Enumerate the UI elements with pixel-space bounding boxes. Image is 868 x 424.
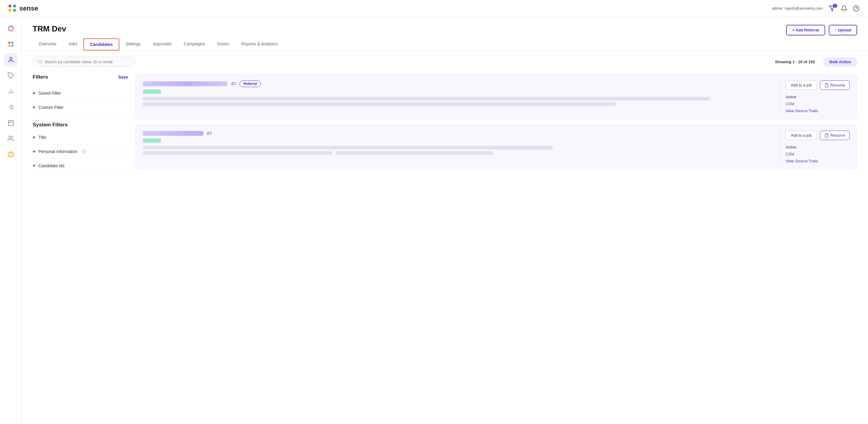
svg-rect-5: [11, 42, 13, 44]
sidebar-item-team[interactable]: [4, 132, 18, 145]
calendar-icon: [7, 119, 14, 126]
add-to-job-button-2[interactable]: Add to a job: [785, 131, 817, 140]
svg-rect-19: [8, 121, 13, 126]
filter-personal-info-item[interactable]: + Personal Information: [33, 145, 128, 159]
filters-panel: Filters Save + Saved Filter + Custom Fil…: [33, 74, 135, 174]
sidebar-item-puzzle[interactable]: [4, 69, 18, 82]
saved-filter-item[interactable]: + Saved Filter: [33, 86, 128, 101]
bell-icon: [841, 5, 847, 12]
upload-button[interactable]: ↑ Upload: [829, 25, 857, 35]
filter-icon-badge[interactable]: 0: [829, 5, 835, 12]
person-icon: [7, 57, 14, 63]
tab-drives[interactable]: Drives: [211, 38, 235, 50]
svg-point-3: [8, 26, 13, 31]
card-divider-2: [779, 131, 779, 163]
circle-icon: [7, 25, 14, 32]
filters-header: Filters Save: [33, 74, 128, 80]
custom-filter-plus-icon: +: [33, 105, 35, 110]
sidebar-item-grid[interactable]: [4, 37, 18, 51]
admin-info: admin: rajesh@sensehq.com: [772, 6, 823, 10]
saved-filter-label: Saved Filter: [38, 91, 61, 95]
search-input[interactable]: [45, 60, 130, 64]
tab-settings[interactable]: Settings: [119, 38, 147, 50]
logo-icon: [8, 4, 16, 12]
svg-point-8: [10, 57, 12, 60]
svg-line-26: [41, 63, 42, 63]
source-1: CSM: [785, 102, 794, 106]
card-main-1: 🏷 Referral: [143, 80, 773, 113]
tab-overview[interactable]: Overview: [33, 38, 62, 50]
search-icon: [38, 59, 42, 64]
showing-count: Showing 1 - 10 of 152: [775, 60, 815, 64]
top-header: sense admin: rajesh@sensehq.com 0: [0, 0, 868, 17]
logo-dot-red: [8, 4, 11, 7]
main-content: TRM Dev + Add Referral ↑ Upload Overview…: [22, 17, 868, 424]
card-actions-row-2: Add to a job Resume: [785, 131, 849, 140]
bell-icon-badge[interactable]: [841, 5, 847, 12]
sidebar: [0, 17, 22, 424]
source-2: CSM: [785, 152, 794, 157]
svg-rect-7: [11, 45, 13, 47]
bulk-action-button[interactable]: Bulk Action: [823, 57, 857, 66]
add-to-job-button-1[interactable]: Add to a job: [785, 80, 817, 90]
header-actions: + Add Referral ↑ Upload: [786, 25, 857, 35]
bag-icon: [7, 151, 14, 158]
page-tabs-row: TRM Dev + Add Referral ↑ Upload: [33, 24, 857, 38]
sidebar-item-list[interactable]: [4, 101, 18, 114]
personal-info-label: Personal Information: [38, 149, 77, 154]
resume-label-2: Resume: [831, 133, 845, 138]
logo-area: sense: [8, 4, 38, 12]
resume-button-2[interactable]: Resume: [820, 131, 849, 140]
filters-title: Filters: [33, 74, 48, 80]
sidebar-item-bag[interactable]: [4, 148, 18, 161]
card-actions-1: Add to a job Resume Active CSM View Sour…: [785, 80, 849, 113]
content-area: Filters Save + Saved Filter + Custom Fil…: [22, 67, 868, 182]
card-actions-row-1: Add to a job Resume: [785, 80, 849, 90]
sidebar-item-circle[interactable]: [4, 22, 18, 35]
candidates-list: 🏷 Referral Add to a job: [135, 74, 857, 174]
personal-info-plus-icon: +: [33, 149, 35, 154]
tab-reports-analytics[interactable]: Reports & Analytics: [235, 38, 284, 50]
svg-rect-24: [8, 153, 13, 157]
custom-filter-item[interactable]: + Custom Filter: [33, 101, 128, 115]
tab-approvals[interactable]: Approvals: [147, 38, 178, 50]
filter-title-item[interactable]: + Title: [33, 130, 128, 145]
resume-icon-2: [825, 133, 829, 138]
chart-icon: [7, 88, 14, 95]
view-source-trails-2[interactable]: View Source Trails: [785, 159, 818, 163]
page-tabs: Overview Jobs Candidates Settings Approv…: [33, 38, 857, 50]
search-box: [33, 57, 135, 67]
info-blur-1b: [143, 102, 616, 106]
app-name: sense: [19, 4, 38, 12]
sidebar-item-candidates[interactable]: [4, 53, 18, 66]
svg-rect-6: [8, 45, 10, 47]
page-header: TRM Dev + Add Referral ↑ Upload Overview…: [22, 17, 868, 51]
help-icon-badge[interactable]: [853, 5, 860, 12]
candidate-name-blur-2: [143, 131, 203, 136]
add-referral-button[interactable]: + Add Referral: [786, 25, 825, 35]
candidate-ids-label: Candidate Ids: [38, 163, 64, 168]
info-blur-2b: [143, 151, 332, 155]
info-blur-2a: [143, 146, 553, 149]
resume-icon-1: [825, 83, 829, 87]
sidebar-item-analytics[interactable]: [4, 85, 18, 98]
info-blur-2c: [336, 151, 493, 155]
view-source-trails-1[interactable]: View Source Trails: [785, 109, 818, 113]
resume-button-1[interactable]: Resume: [820, 80, 849, 90]
candidate-card-2: 🏷 Add to a job: [135, 124, 857, 170]
tab-campaigns[interactable]: Campaigns: [178, 38, 211, 50]
save-filter-button[interactable]: Save: [118, 75, 128, 80]
sidebar-item-calendar[interactable]: [4, 116, 18, 130]
status-2: Active: [785, 145, 796, 149]
card-name-row-1: 🏷 Referral: [143, 80, 773, 87]
filter-badge: 0: [833, 4, 837, 7]
card-main-2: 🏷: [143, 131, 773, 163]
tab-candidates[interactable]: Candidates: [83, 38, 119, 51]
info-icon: [82, 149, 86, 153]
filter-candidate-ids-item[interactable]: + Candidate Ids: [33, 159, 128, 173]
referral-badge-1: Referral: [240, 80, 261, 87]
card-divider-1: [779, 80, 779, 113]
tab-jobs[interactable]: Jobs: [62, 38, 83, 50]
grid-icon: [7, 41, 14, 48]
saved-filter-plus-icon: +: [33, 90, 35, 96]
